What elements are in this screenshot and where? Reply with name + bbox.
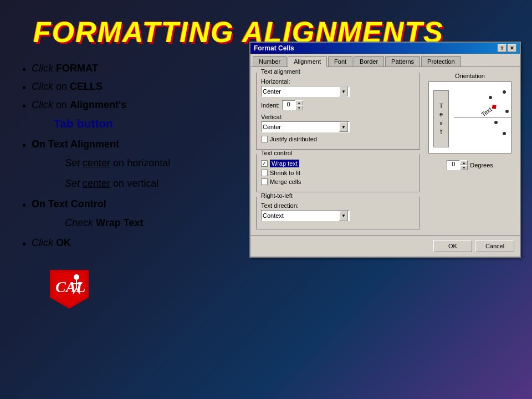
justify-label: Justify distributed: [270, 136, 317, 142]
text-direction-label: Text direction:: [261, 202, 415, 209]
vertical-value: Center: [263, 124, 339, 130]
bullet-text: Click on Alignment's: [32, 99, 126, 111]
bullet-dot: •: [22, 100, 26, 112]
svg-point-1: [74, 274, 79, 280]
vertical-select[interactable]: Center ▼: [261, 121, 350, 132]
list-item: • Set center on vertical: [22, 177, 244, 193]
list-item: • Check Wrap Text: [22, 216, 244, 232]
bullet-list: • Click FORMAT • Click on CELLS • Click …: [22, 62, 244, 250]
text-direction-select[interactable]: Context ▼: [261, 210, 350, 221]
degrees-up[interactable]: ▲: [460, 160, 468, 165]
indent-spinner-buttons: ▲ ▼: [295, 100, 303, 110]
text-direction-arrow[interactable]: ▼: [339, 211, 348, 221]
indent-spinner[interactable]: 0 ▲ ▼: [282, 100, 303, 110]
tabs-bar: Number Alignment Font Border Patterns Pr…: [250, 54, 520, 67]
horizontal-select[interactable]: Center ▼: [261, 86, 350, 97]
left-column: Text alignment Horizontal: Center ▼: [256, 73, 420, 229]
tab-alignment[interactable]: Alignment: [288, 56, 327, 67]
merge-row: Merge cells: [261, 178, 415, 185]
shrink-row: Shrink to fit: [261, 170, 415, 176]
format-cells-dialog[interactable]: Format Cells ? ✕ Number Alignment Font B…: [249, 42, 521, 258]
wrap-text-label: Wrap text: [270, 160, 299, 167]
tab-border[interactable]: Border: [354, 56, 384, 66]
orientation-area: T e x t: [428, 81, 511, 154]
degrees-row: 0 ▲ ▼ Degrees: [447, 160, 493, 170]
bullet-dot: •: [22, 63, 26, 76]
svg-text:CAL: CAL: [55, 278, 85, 295]
degrees-value[interactable]: 0: [447, 160, 460, 170]
justify-checkbox[interactable]: [261, 136, 268, 142]
vertical-dropdown-arrow[interactable]: ▼: [339, 122, 348, 132]
bullets-section: • Click FORMAT • Click on CELLS • Click …: [17, 62, 249, 314]
dot-marker: [494, 121, 498, 124]
text-vertical-block[interactable]: T e x t: [433, 90, 449, 147]
justify-row: Justify distributed: [261, 136, 415, 142]
rtl-label: Right-to-left: [260, 192, 294, 199]
indent-value[interactable]: 0: [282, 100, 295, 110]
tab-number[interactable]: Number: [253, 56, 287, 66]
bullet-text: On Text Control: [32, 198, 106, 211]
list-item: • On Text Alignment: [22, 138, 244, 152]
merge-label: Merge cells: [270, 178, 301, 185]
list-item: • Click on CELLS: [22, 80, 244, 94]
dot-marker: [503, 132, 506, 135]
list-item: • Set center on horizontal: [22, 156, 244, 172]
list-item: • Click on Alignment's: [22, 99, 244, 112]
slide-area: FORMATTING ALIGNMENTS • Click FORMAT • C…: [0, 0, 532, 399]
horizontal-value: Center: [263, 88, 339, 95]
dialog-titlebar: Format Cells ? ✕: [250, 43, 520, 54]
sub-item: Check Wrap Text: [54, 216, 143, 230]
text-rotated-label: Text: [480, 106, 493, 117]
indent-label: Indent:: [261, 102, 280, 109]
tab-patterns[interactable]: Patterns: [385, 56, 420, 66]
tab-font[interactable]: Font: [328, 56, 352, 66]
cancel-button[interactable]: Cancel: [475, 240, 514, 252]
bullet-text: Click on CELLS: [32, 80, 103, 93]
degrees-down[interactable]: ▼: [460, 165, 468, 170]
text-control-section: Text control ✓ Wrap text Shrink to fit: [256, 154, 420, 192]
sub-item: Set center on horizontal: [54, 156, 170, 170]
merge-checkbox[interactable]: [261, 178, 268, 185]
shrink-checkbox[interactable]: [261, 170, 268, 176]
indent-down[interactable]: ▼: [295, 105, 303, 110]
bullet-dot: •: [22, 81, 26, 94]
wrap-text-row: ✓ Wrap text: [261, 160, 415, 167]
horizontal-label: Horizontal:: [261, 78, 415, 85]
indent-row: Indent: 0 ▲ ▼: [261, 100, 415, 110]
dialog-footer: OK Cancel: [250, 235, 520, 257]
bullet-text: Click FORMAT: [32, 62, 98, 75]
degrees-spinner[interactable]: 0 ▲ ▼: [447, 160, 468, 170]
bullet-dot: •: [22, 199, 26, 212]
cal-logo: CAL: [39, 267, 105, 311]
list-item: • Tab button: [22, 117, 244, 134]
sub-item: Set center on vertical: [54, 177, 158, 191]
horizontal-dropdown-arrow[interactable]: ▼: [339, 86, 348, 96]
vertical-field: Vertical: Center ▼: [261, 114, 415, 132]
dialog-body: Text alignment Horizontal: Center ▼: [256, 73, 514, 229]
dialog-controls: ? ✕: [498, 44, 516, 52]
text-v-t: T: [439, 103, 443, 110]
help-button[interactable]: ?: [498, 44, 507, 52]
ok-button[interactable]: OK: [433, 240, 472, 252]
text-direction-field: Text direction: Context ▼: [261, 202, 415, 221]
center-line: [454, 117, 511, 118]
bullet-text: On Text Alignment: [32, 138, 119, 151]
tab-protection[interactable]: Protection: [421, 56, 461, 66]
dot-marker: [503, 90, 506, 94]
indent-up[interactable]: ▲: [295, 100, 303, 105]
orientation-label: Orientation: [455, 73, 485, 79]
close-button[interactable]: ✕: [508, 44, 516, 52]
text-alignment-section-label: Text alignment: [260, 68, 301, 75]
bullet-text: Click OK: [32, 237, 71, 249]
dialog-title: Format Cells: [254, 44, 294, 52]
wrap-text-checkbox[interactable]: ✓: [261, 160, 268, 167]
degrees-label: Degrees: [470, 162, 493, 168]
right-column: Orientation T e x t: [426, 73, 514, 229]
logo-area: CAL: [39, 267, 244, 314]
list-item: • Click FORMAT: [22, 62, 244, 76]
shrink-label: Shrink to fit: [270, 170, 300, 176]
dot-marker: [505, 110, 509, 113]
text-direction-value: Context: [263, 212, 339, 219]
dot-marker: [489, 96, 492, 99]
degrees-spinner-buttons: ▲ ▼: [460, 160, 468, 170]
